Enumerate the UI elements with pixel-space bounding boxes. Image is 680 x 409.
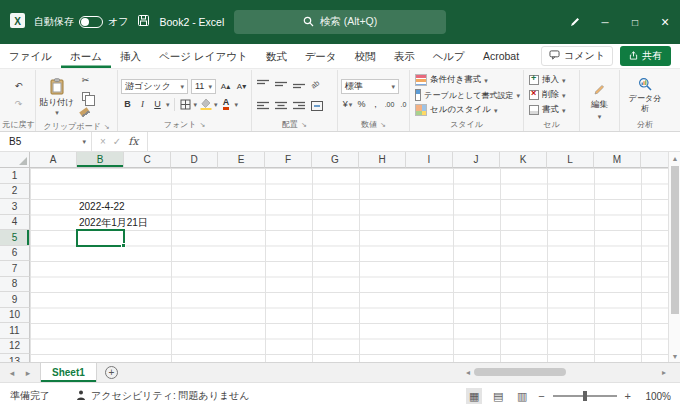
conditional-formatting-button[interactable]: 条件付き書式 ▾	[413, 73, 520, 88]
clipboard-dialog-launcher[interactable]: ↘	[104, 123, 110, 131]
autosave-switch[interactable]	[79, 16, 103, 28]
align-left-button[interactable]	[257, 97, 269, 115]
font-name-select[interactable]: 游ゴシック ▾	[121, 79, 188, 94]
bold-button[interactable]: B	[121, 97, 134, 112]
delete-cells-button[interactable]: × 削除 ▾	[527, 88, 576, 103]
font-dialog-launcher[interactable]: ↘	[199, 121, 205, 129]
column-header-j[interactable]: J	[453, 152, 500, 168]
align-middle-button[interactable]	[275, 75, 287, 93]
cancel-entry-icon[interactable]: ×	[100, 136, 106, 147]
tab-help[interactable]: ヘルプ	[424, 44, 474, 68]
fill-color-dropdown-icon[interactable]: ▾	[214, 101, 218, 108]
horizontal-scrollbar[interactable]: ◂ ▸	[466, 362, 666, 382]
autosave-toggle[interactable]: 自動保存 オフ	[34, 15, 128, 29]
normal-view-button[interactable]: ▦	[466, 388, 482, 404]
merge-center-button[interactable]	[311, 97, 323, 115]
decrease-decimal-button[interactable]: .0	[397, 97, 410, 112]
data-analysis-button[interactable]: データ分析	[623, 72, 667, 118]
comma-button[interactable]: ,	[369, 97, 382, 112]
row-header-11[interactable]: 11	[0, 323, 30, 339]
row-header-13[interactable]: 13	[0, 354, 30, 362]
comments-button[interactable]: コメント	[541, 46, 613, 66]
scroll-left-icon[interactable]: ◂	[466, 368, 470, 377]
underline-dropdown-icon[interactable]: ▾	[166, 101, 170, 108]
minimize-button[interactable]: ─	[590, 0, 620, 44]
align-top-button[interactable]	[257, 75, 269, 93]
scroll-right-icon[interactable]: ▸	[662, 368, 666, 377]
percent-button[interactable]: %	[355, 97, 368, 112]
tab-acrobat[interactable]: Acrobat	[474, 44, 528, 68]
name-box[interactable]: B5 ▾	[0, 132, 92, 151]
cut-button[interactable]: ✂	[79, 72, 92, 87]
column-header-l[interactable]: L	[547, 152, 594, 168]
cell-styles-button[interactable]: セルのスタイル ▾	[413, 103, 520, 118]
row-header-6[interactable]: 6	[0, 246, 30, 262]
increase-font-button[interactable]: A▴	[219, 79, 232, 94]
zoom-out-button[interactable]: −	[538, 390, 544, 402]
increase-decimal-button[interactable]: .00	[383, 97, 396, 112]
page-break-view-button[interactable]: ▥	[514, 388, 530, 404]
row-header-10[interactable]: 10	[0, 308, 30, 324]
cells-area[interactable]: 2022-4-22 2022年1月21日	[30, 168, 668, 362]
zoom-level[interactable]: 100%	[639, 391, 671, 402]
column-header-b[interactable]: B	[77, 152, 124, 168]
align-bottom-button[interactable]	[293, 75, 305, 93]
font-color-dropdown-icon[interactable]: ▾	[235, 101, 239, 108]
currency-button[interactable]: ¥▾	[341, 97, 354, 112]
alignment-dialog-launcher[interactable]: ↘	[301, 121, 307, 129]
tab-formulas[interactable]: 数式	[257, 44, 296, 68]
format-cells-button[interactable]: 書式 ▾	[527, 103, 576, 118]
sheet-tab-sheet1[interactable]: Sheet1	[40, 363, 97, 382]
row-header-7[interactable]: 7	[0, 261, 30, 277]
vertical-scrollbar[interactable]: ▲ ▼	[668, 152, 680, 362]
format-as-table-button[interactable]: テーブルとして書式設定 ▾	[413, 88, 520, 103]
share-button[interactable]: 共有	[620, 46, 671, 66]
column-header-i[interactable]: I	[406, 152, 453, 168]
zoom-slider[interactable]	[553, 395, 617, 397]
tab-home[interactable]: ホーム	[61, 44, 111, 68]
font-size-select[interactable]: 11 ▾	[191, 79, 216, 94]
number-format-select[interactable]: 標準 ▾	[341, 79, 399, 94]
format-painter-button[interactable]	[79, 106, 92, 121]
add-sheet-button[interactable]: +	[105, 366, 118, 379]
tab-page-layout[interactable]: ページ レイアウト	[150, 44, 257, 68]
vertical-scrollbar-thumb[interactable]	[671, 166, 679, 314]
font-color-button[interactable]: A	[220, 97, 233, 112]
borders-dropdown-icon[interactable]: ▾	[194, 101, 198, 108]
zoom-slider-thumb[interactable]	[583, 391, 587, 401]
name-box-dropdown-icon[interactable]: ▾	[82, 138, 86, 145]
column-header-c[interactable]: C	[124, 152, 171, 168]
horizontal-scrollbar-thumb[interactable]	[474, 368, 566, 376]
orientation-button[interactable]: ab	[309, 78, 321, 90]
page-layout-view-button[interactable]: ▤	[490, 388, 506, 404]
row-header-1[interactable]: 1	[0, 168, 30, 184]
row-header-8[interactable]: 8	[0, 277, 30, 293]
tab-review[interactable]: 校閲	[346, 44, 385, 68]
search-box[interactable]: 検索 (Alt+Q)	[234, 10, 446, 34]
editing-button[interactable]: 編集 ▾	[583, 72, 616, 131]
tab-data[interactable]: データ	[296, 44, 346, 68]
zoom-in-button[interactable]: +	[625, 390, 631, 402]
tab-file[interactable]: ファイル	[0, 44, 61, 68]
column-header-e[interactable]: E	[218, 152, 265, 168]
ink-pen-button[interactable]	[560, 0, 590, 44]
tab-view[interactable]: 表示	[385, 44, 424, 68]
number-dialog-launcher[interactable]: ↘	[380, 121, 386, 129]
redo-button[interactable]: ↷	[12, 97, 25, 112]
tab-insert[interactable]: 挿入	[111, 44, 150, 68]
cell-b3[interactable]: 2022-4-22	[79, 199, 125, 215]
italic-button[interactable]: I	[136, 97, 149, 112]
maximize-button[interactable]: □	[620, 0, 650, 44]
row-header-12[interactable]: 12	[0, 339, 30, 355]
active-cell-selection[interactable]	[76, 229, 125, 247]
decrease-font-button[interactable]: A▾	[235, 79, 248, 94]
undo-button[interactable]: ↶	[12, 79, 25, 94]
paste-button[interactable]: 貼り付け ▾	[39, 72, 75, 121]
scroll-up-icon[interactable]: ▲	[669, 152, 680, 164]
column-header-h[interactable]: H	[359, 152, 406, 168]
copy-button[interactable]	[79, 89, 92, 104]
column-header-m[interactable]: M	[594, 152, 641, 168]
accessibility-status[interactable]: アクセシビリティ: 問題ありません	[76, 389, 250, 403]
row-header-2[interactable]: 2	[0, 184, 30, 200]
column-header-a[interactable]: A	[30, 152, 77, 168]
